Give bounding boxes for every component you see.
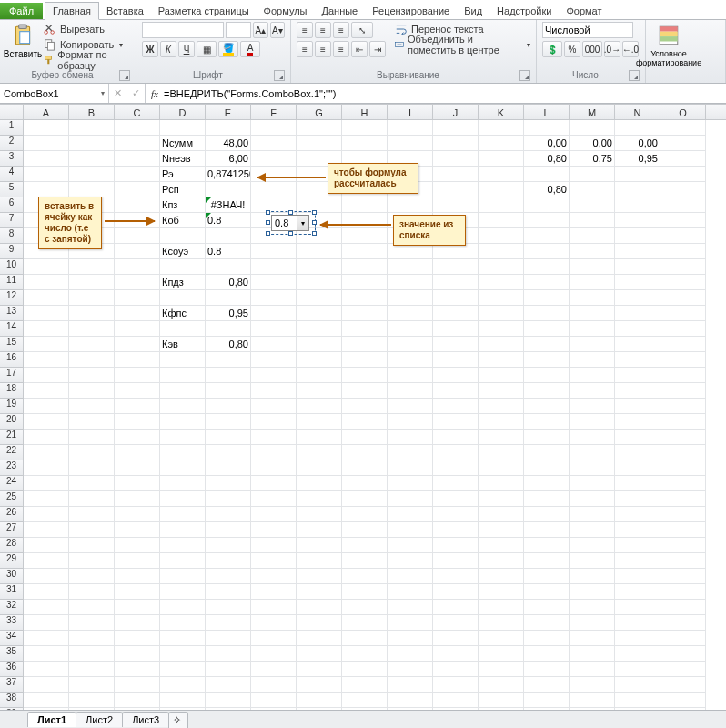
cell[interactable]: [115, 507, 160, 522]
cell[interactable]: [660, 182, 706, 197]
cell[interactable]: [342, 491, 388, 507]
cell[interactable]: [251, 538, 297, 553]
tab-addins[interactable]: Надстройки: [489, 3, 559, 19]
cell[interactable]: [524, 337, 570, 352]
cell[interactable]: [660, 646, 706, 662]
cell[interactable]: [206, 538, 251, 553]
cell[interactable]: [570, 522, 615, 538]
cell[interactable]: [524, 569, 570, 584]
tab-page-layout[interactable]: Разметка страницы: [151, 3, 257, 19]
cell[interactable]: [297, 399, 342, 414]
row-header[interactable]: 27: [0, 522, 24, 538]
cell[interactable]: [479, 290, 524, 306]
cell[interactable]: [388, 445, 433, 460]
cell[interactable]: [433, 569, 479, 584]
cell[interactable]: [297, 569, 342, 584]
row-header[interactable]: 24: [0, 476, 24, 491]
cell[interactable]: [660, 259, 706, 275]
cell[interactable]: [24, 677, 69, 693]
cell[interactable]: [297, 120, 342, 136]
cell[interactable]: 0,95: [615, 151, 660, 167]
cell[interactable]: [388, 584, 433, 600]
cell[interactable]: [524, 646, 570, 662]
cell[interactable]: [479, 383, 524, 399]
cell[interactable]: [524, 507, 570, 522]
cell[interactable]: [297, 460, 342, 476]
tab-review[interactable]: Рецензирование: [365, 3, 457, 19]
cell[interactable]: [251, 136, 297, 151]
cell[interactable]: [660, 213, 706, 228]
cell[interactable]: [69, 569, 115, 584]
cell[interactable]: [388, 538, 433, 553]
cell[interactable]: [24, 182, 69, 197]
cell[interactable]: [206, 259, 251, 275]
cell[interactable]: [115, 460, 160, 476]
cell[interactable]: [524, 677, 570, 693]
cell[interactable]: [342, 430, 388, 445]
cell[interactable]: [206, 430, 251, 445]
cell[interactable]: [570, 507, 615, 522]
cell[interactable]: [160, 120, 206, 136]
cell[interactable]: [479, 460, 524, 476]
col-header[interactable]: H: [342, 105, 388, 119]
cell[interactable]: [660, 414, 706, 430]
cell[interactable]: [524, 290, 570, 306]
cell[interactable]: [570, 167, 615, 182]
cell[interactable]: [660, 569, 706, 584]
cell[interactable]: [433, 167, 479, 182]
cell[interactable]: [297, 631, 342, 646]
cell[interactable]: [342, 569, 388, 584]
cell[interactable]: [24, 553, 69, 569]
cell[interactable]: [206, 352, 251, 368]
cell[interactable]: [24, 693, 69, 708]
col-header[interactable]: O: [660, 105, 706, 119]
cell[interactable]: [342, 445, 388, 460]
cell[interactable]: [160, 615, 206, 631]
cell[interactable]: [479, 136, 524, 151]
cell[interactable]: [388, 368, 433, 383]
cell[interactable]: [160, 569, 206, 584]
cell[interactable]: [570, 445, 615, 460]
cell[interactable]: [479, 553, 524, 569]
cell[interactable]: [342, 615, 388, 631]
col-header[interactable]: G: [297, 105, 342, 119]
cell[interactable]: [115, 491, 160, 507]
cell[interactable]: [615, 677, 660, 693]
col-header[interactable]: M: [570, 105, 615, 119]
cell[interactable]: [24, 569, 69, 584]
cell[interactable]: [524, 306, 570, 321]
comma-style-button[interactable]: 000: [582, 41, 602, 57]
cell[interactable]: [342, 383, 388, 399]
cell[interactable]: [479, 275, 524, 290]
cell[interactable]: [570, 244, 615, 259]
cell[interactable]: [342, 646, 388, 662]
cell[interactable]: Ксоуэ: [160, 244, 206, 259]
cell[interactable]: [388, 476, 433, 491]
cell[interactable]: [297, 538, 342, 553]
cell[interactable]: [660, 151, 706, 167]
tab-file[interactable]: Файл: [0, 3, 43, 19]
cell[interactable]: [206, 584, 251, 600]
cell[interactable]: [433, 460, 479, 476]
cell[interactable]: [524, 244, 570, 259]
cell[interactable]: [206, 228, 251, 244]
cell[interactable]: [69, 693, 115, 708]
cell[interactable]: [479, 522, 524, 538]
cell[interactable]: [479, 197, 524, 213]
cell[interactable]: [615, 259, 660, 275]
cell[interactable]: [160, 491, 206, 507]
cell[interactable]: [388, 569, 433, 584]
cell[interactable]: [297, 136, 342, 151]
cell[interactable]: [615, 631, 660, 646]
cell[interactable]: [660, 244, 706, 259]
cell[interactable]: [342, 584, 388, 600]
cell[interactable]: [388, 693, 433, 708]
cell[interactable]: [524, 600, 570, 615]
cell[interactable]: 0,80: [524, 182, 570, 197]
cell[interactable]: [115, 445, 160, 460]
cell[interactable]: [251, 259, 297, 275]
cell[interactable]: [524, 522, 570, 538]
alignment-launcher[interactable]: [519, 70, 530, 81]
cell[interactable]: [69, 306, 115, 321]
merge-center-button[interactable]: Объединить и поместить в центре▾: [395, 37, 530, 52]
